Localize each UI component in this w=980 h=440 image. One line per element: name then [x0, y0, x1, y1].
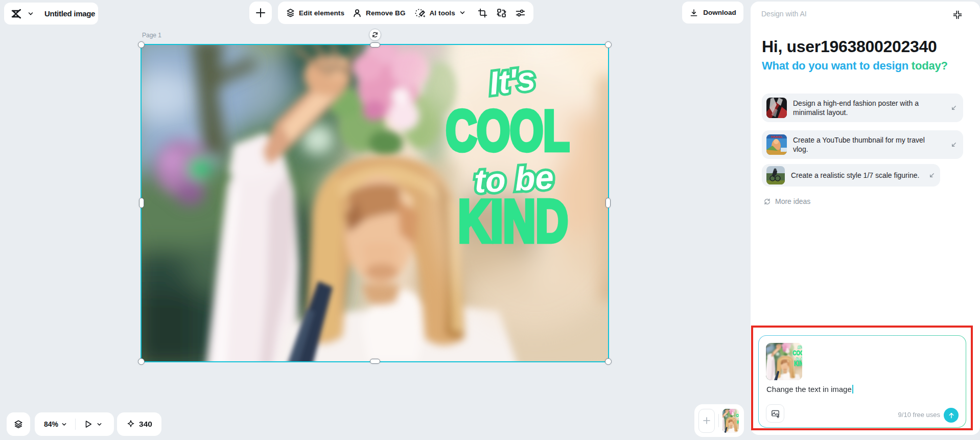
svg-text:TRAVEL: TRAVEL — [771, 135, 783, 138]
